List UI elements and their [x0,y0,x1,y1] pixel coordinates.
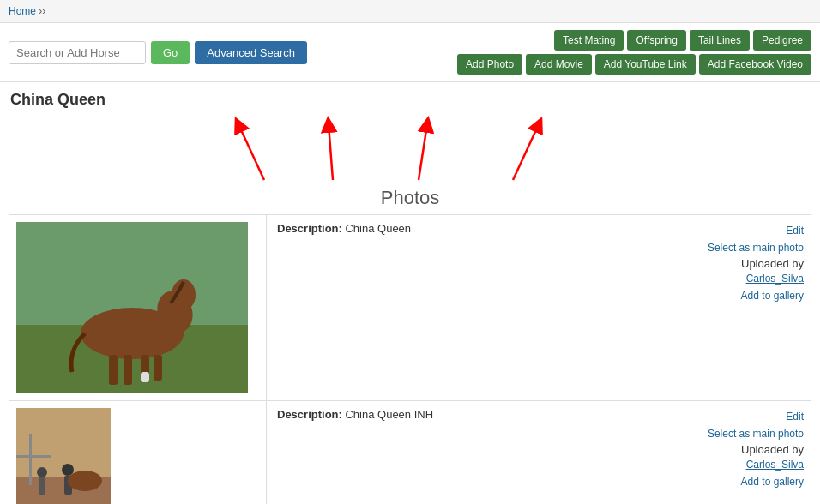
photo-placeholder [16,222,248,393]
svg-line-3 [419,124,427,180]
svg-rect-19 [39,477,45,495]
go-button[interactable]: Go [151,41,190,64]
search-area: Go Advanced Search [9,41,307,64]
photo-row: Description: China Queen INH Edit Select… [9,401,811,504]
horse-name: China Queen [0,82,820,112]
arrows-graphic [196,116,624,184]
svg-rect-15 [141,372,149,382]
select-main-link[interactable]: Select as main photo [708,239,804,256]
svg-point-18 [37,467,47,477]
uploaded-by-text-2: Uploaded by Carlos_Silva [708,443,804,473]
photo-image-cell [9,215,267,400]
add-photo-button[interactable]: Add Photo [457,54,522,75]
photo-actions-2: Edit Select as main photo Uploaded by Ca… [708,408,804,491]
advanced-search-button[interactable]: Advanced Search [195,41,307,64]
photos-title: Photos [0,187,820,214]
add-facebook-button[interactable]: Add Facebook Video [699,54,811,75]
uploaded-by-text: Uploaded by Carlos_Silva [708,257,804,287]
search-input[interactable] [9,41,146,64]
add-gallery-link-2[interactable]: Add to gallery [708,473,804,490]
photo-placeholder-2 [16,408,111,504]
action-buttons: Test Mating Offspring Tail Lines Pedigre… [457,30,811,75]
breadcrumb: Home ›› [0,0,820,23]
description-value-2: China Queen INH [345,408,433,421]
svg-line-2 [329,124,333,180]
photo-image-cell-2 [9,401,267,504]
description-value: China Queen [345,222,411,235]
test-mating-button[interactable]: Test Mating [554,30,624,51]
svg-rect-24 [29,434,32,485]
photo-row: Description: China Queen Edit Select as … [9,214,811,401]
svg-rect-23 [72,473,93,489]
svg-line-4 [513,124,539,180]
svg-rect-14 [154,355,162,381]
media-btn-row: Add Photo Add Movie Add YouTube Link Add… [457,54,811,75]
breadcrumb-separator: ›› [39,5,45,17]
edit-link-2[interactable]: Edit [708,408,804,425]
edit-link[interactable]: Edit [708,222,804,239]
pedigree-button[interactable]: Pedigree [753,30,811,51]
top-btn-row: Test Mating Offspring Tail Lines Pedigre… [554,30,811,51]
uploader-link-2[interactable]: Carlos_Silva [708,456,804,473]
photo-actions: Edit Select as main photo Uploaded by Ca… [708,222,804,305]
svg-rect-11 [109,355,118,385]
description-label-2: Description: [277,408,342,421]
svg-rect-25 [16,455,51,458]
photo-info-cell-2: Description: China Queen INH Edit Select… [267,401,811,504]
tail-lines-button[interactable]: Tail Lines [690,30,750,51]
offspring-button[interactable]: Offspring [627,30,685,51]
svg-point-20 [62,464,74,476]
select-main-link-2[interactable]: Select as main photo [708,425,804,442]
svg-rect-8 [102,316,162,351]
description-label: Description: [277,222,342,235]
photo-info-cell: Description: China Queen Edit Select as … [267,215,811,400]
header-bar: Go Advanced Search Test Mating Offspring… [0,23,820,82]
svg-line-1 [238,124,264,180]
add-gallery-link[interactable]: Add to gallery [708,287,804,304]
home-link[interactable]: Home [9,5,36,17]
add-youtube-button[interactable]: Add YouTube Link [595,54,696,75]
svg-rect-12 [124,355,132,385]
add-movie-button[interactable]: Add Movie [526,54,592,75]
uploader-link[interactable]: Carlos_Silva [708,270,804,287]
